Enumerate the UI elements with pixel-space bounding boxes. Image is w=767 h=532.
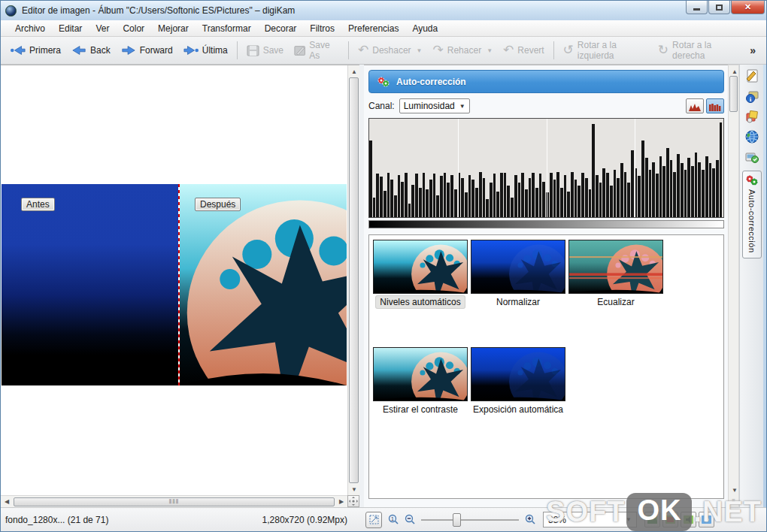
zoom-100-button[interactable]: 1 xyxy=(385,512,402,528)
canvas-horizontal-scrollbar[interactable]: ◀ ⦀⦀⦀ ▶ xyxy=(1,495,347,507)
rotate-left-icon: ↺ xyxy=(563,45,574,56)
save-as-button[interactable]: Save As xyxy=(289,37,344,64)
vscroll-thumb[interactable] xyxy=(349,77,359,483)
after-image: Después xyxy=(180,184,347,385)
editor-canvas: Antes Después xyxy=(1,65,359,507)
menu-preferencias[interactable]: Preferencias xyxy=(341,21,405,36)
save-as-icon xyxy=(294,45,305,56)
histogram-gridline xyxy=(458,119,459,217)
pan-icon xyxy=(349,497,358,506)
close-button[interactable]: ✕ xyxy=(731,1,765,14)
revert-icon: ↶ xyxy=(503,45,514,56)
menu-bar: Archivo Editar Ver Color Mejorar Transfo… xyxy=(1,20,766,37)
fit-to-window-button[interactable] xyxy=(365,512,382,528)
tab-auto-correction[interactable]: Auto-corrección xyxy=(742,171,762,258)
redo-dropdown-icon[interactable]: ▼ xyxy=(487,47,493,54)
svg-text:1: 1 xyxy=(391,516,394,521)
colors-icon[interactable] xyxy=(742,107,762,125)
menu-archivo[interactable]: Archivo xyxy=(8,21,52,36)
preset-auto-exposure[interactable]: Exposición automática xyxy=(470,347,566,416)
scroll-right-icon[interactable]: ▶ xyxy=(335,496,347,508)
before-label: Antes xyxy=(21,198,55,211)
menu-ver[interactable]: Ver xyxy=(89,21,116,36)
preset-thumbnail xyxy=(373,240,468,294)
save-icon xyxy=(247,45,259,56)
channel-gradient-strip xyxy=(368,220,724,228)
title-bar: Editor de imagen - Álbum "C:/Users/Softo… xyxy=(1,1,766,20)
linear-histogram-button[interactable] xyxy=(686,98,704,113)
save-button[interactable]: Save xyxy=(241,42,289,59)
menu-editar[interactable]: Editar xyxy=(52,21,89,36)
menu-mejorar[interactable]: Mejorar xyxy=(151,21,196,36)
log-histogram-button[interactable] xyxy=(706,98,724,113)
zoom-level-combo[interactable]: 38% ▼ xyxy=(543,512,637,527)
zoom-out-button[interactable] xyxy=(402,512,418,528)
first-image-button[interactable]: Primera xyxy=(5,42,66,59)
toolbar-separator xyxy=(553,41,554,59)
menu-decorar[interactable]: Decorar xyxy=(258,21,304,36)
image-resolution: 1,280x720 (0.92Mpx) xyxy=(197,515,347,525)
zoom-in-button[interactable] xyxy=(522,512,538,528)
redo-icon: ↷ xyxy=(433,45,444,56)
statusbar-extra-button[interactable] xyxy=(681,512,696,527)
pan-button[interactable] xyxy=(347,495,359,507)
preset-normalize[interactable]: Normalizar xyxy=(470,240,566,308)
zoom-slider[interactable] xyxy=(421,512,519,528)
preset-thumbnail xyxy=(471,240,565,294)
menu-color[interactable]: Color xyxy=(116,21,151,36)
statusbar-extra-button[interactable] xyxy=(644,512,660,527)
rotate-right-icon: ↻ xyxy=(658,45,668,56)
scroll-left-icon[interactable]: ◀ xyxy=(1,496,13,508)
histogram[interactable] xyxy=(368,118,724,218)
canvas-vertical-scrollbar[interactable]: ▲ ▼ xyxy=(347,65,359,495)
maximize-button[interactable] xyxy=(708,1,730,14)
gears-icon xyxy=(377,76,390,88)
zoom-slider-knob[interactable] xyxy=(453,513,461,527)
undo-dropdown-icon[interactable]: ▼ xyxy=(417,47,423,54)
preset-equalize[interactable]: Ecualizar xyxy=(568,240,664,308)
forward-arrow-icon xyxy=(121,45,136,56)
minimize-button[interactable] xyxy=(686,1,708,14)
histogram-gridline xyxy=(547,119,547,217)
panel-scroll-thumb[interactable] xyxy=(729,76,738,112)
undo-button[interactable]: ↶ Deshacer ▼ xyxy=(353,42,428,59)
chevron-down-icon: ▼ xyxy=(459,103,465,110)
chevron-down-icon: ▼ xyxy=(626,516,632,523)
preset-thumbnail xyxy=(471,347,565,401)
preset-auto-levels[interactable]: Niveles automáticos xyxy=(372,240,468,308)
back-button[interactable]: Back xyxy=(66,42,116,59)
window-title: Editor de imagen - Álbum "C:/Users/Softo… xyxy=(22,5,295,16)
geolocation-icon[interactable] xyxy=(742,128,762,146)
last-image-button[interactable]: Última xyxy=(178,42,233,59)
revert-button[interactable]: ↶ Revert xyxy=(498,42,550,59)
preset-stretch-contrast[interactable]: Estirar el contraste xyxy=(372,347,468,416)
scroll-up-icon[interactable]: ▲ xyxy=(348,65,360,77)
hscroll-thumb[interactable]: ⦀⦀⦀ xyxy=(14,497,335,506)
properties-icon[interactable] xyxy=(742,67,762,85)
channel-select[interactable]: Luminosidad ▼ xyxy=(399,98,470,113)
menu-filtros[interactable]: Filtros xyxy=(303,21,341,36)
redo-button[interactable]: ↷ Rehacer ▼ xyxy=(428,42,499,59)
panel-scrollbar[interactable]: ▲ ▼ ≡ xyxy=(728,65,739,507)
app-logo-icon xyxy=(5,5,17,17)
canvas-viewport[interactable]: Antes Después xyxy=(1,65,347,495)
toolbar-overflow-button[interactable]: » xyxy=(744,43,762,58)
main-toolbar: Primera Back Forward Última Save Save As… xyxy=(1,37,766,65)
last-arrow-icon xyxy=(183,45,199,56)
rotate-right-button[interactable]: ↻ Rotar a la derecha xyxy=(653,37,744,64)
undo-icon: ↶ xyxy=(358,45,368,56)
statusbar-extra-button[interactable] xyxy=(662,512,678,527)
captions-icon[interactable] xyxy=(742,148,762,166)
statusbar-extra-button[interactable] xyxy=(699,512,714,527)
scroll-down-icon[interactable]: ▼ xyxy=(348,483,360,495)
main-area: Antes Después xyxy=(1,65,766,507)
forward-button[interactable]: Forward xyxy=(116,42,178,59)
log-histogram-icon xyxy=(709,102,721,111)
preset-thumbnail xyxy=(568,240,663,294)
metadata-icon[interactable]: i xyxy=(742,87,762,105)
menu-ayuda[interactable]: Ayuda xyxy=(405,21,444,36)
toolbar-separator xyxy=(237,41,238,59)
panel-title: Auto-corrección xyxy=(396,77,466,87)
rotate-left-button[interactable]: ↺ Rotar a la izquierda xyxy=(558,37,653,64)
menu-transformar[interactable]: Transformar xyxy=(196,21,258,36)
